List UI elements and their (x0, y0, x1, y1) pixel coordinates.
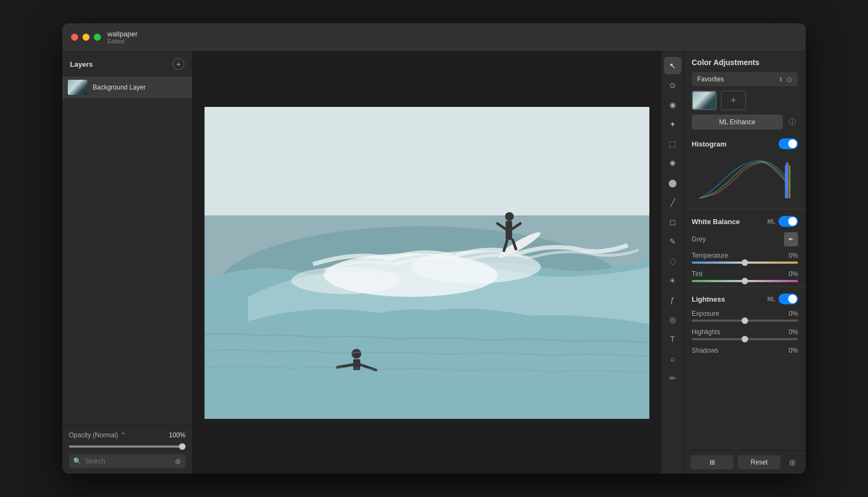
add-preset-button[interactable]: + (721, 91, 746, 110)
exposure-slider[interactable] (692, 320, 798, 322)
adj-scrollable[interactable]: Histogram (684, 134, 806, 450)
layers-spacer (62, 98, 192, 425)
search-icon: 🔍 (73, 457, 81, 465)
highlights-thumb (742, 336, 748, 342)
temperature-thumb (742, 259, 748, 266)
magic-wand-icon: ✺ (669, 159, 676, 168)
maximize-button[interactable] (94, 34, 101, 41)
histogram-section: Histogram (684, 134, 806, 207)
opacity-label-text: Opacity (Normal) (69, 431, 118, 439)
white-balance-section: White Balance ML Grey ✒ (684, 212, 806, 282)
favorites-label: Favorites (697, 75, 724, 83)
highlights-label: Highlights (692, 328, 730, 336)
opacity-slider[interactable] (69, 445, 186, 448)
brush-tool-button[interactable]: ╱ (664, 194, 681, 211)
cursor-tool-button[interactable]: ↖ (664, 57, 681, 74)
paint-tool-button[interactable]: ⬤ (664, 174, 681, 192)
canvas-area (193, 52, 661, 474)
lightness-section: Lightness ML Exposure 0% (684, 289, 806, 356)
separator-2 (684, 286, 806, 287)
compare-button[interactable]: ⊞ (691, 455, 733, 469)
layer-thumbnail-inner (68, 80, 87, 95)
histogram-toggle[interactable] (778, 138, 798, 149)
temperature-label: Temperature (692, 252, 730, 259)
tint-slider[interactable] (692, 280, 798, 282)
search-add-icon[interactable]: ⊕ (175, 457, 181, 466)
layers-bottom: Opacity (Normal) ⌃ 100% 🔍 ⊕ (62, 425, 192, 474)
eyedropper-icon: ✒ (788, 235, 794, 243)
canvas-svg (205, 107, 649, 419)
lightness-toggle[interactable] (778, 294, 798, 304)
histogram-header: Histogram (692, 134, 798, 152)
type-tool-button[interactable]: T (664, 330, 681, 348)
pencil-icon: ✎ (669, 237, 676, 246)
paint-icon: ⬤ (668, 179, 677, 187)
separator-1 (684, 209, 806, 209)
chevron-up-icon: ⌃ (120, 431, 126, 439)
selection-tool-button[interactable]: ⬚ (664, 135, 681, 152)
opacity-slider-thumb (179, 443, 186, 450)
shadows-row: Shadows 0% (692, 345, 798, 356)
lightness-toggle-knob (788, 295, 797, 303)
lasso-tool-button[interactable]: ⊙ (664, 77, 681, 94)
presets-row: + (684, 91, 806, 110)
eraser-icon: ◻ (669, 218, 676, 226)
eyedropper-button[interactable]: ✒ (784, 232, 798, 246)
preset-thumbnail[interactable] (692, 91, 717, 110)
white-balance-header: White Balance ML (692, 212, 798, 230)
title-bar: wallpaper Edited (62, 23, 806, 52)
wb-toggle-group: ML (768, 216, 798, 227)
eraser-tool-button[interactable]: ◻ (664, 213, 681, 231)
favorites-dropdown[interactable]: Favorites ⬍ ⊙ (692, 72, 798, 86)
ml-enhance-button[interactable]: ML Enhance (692, 114, 783, 130)
close-button[interactable] (71, 34, 78, 41)
search-tool-button[interactable]: ⌕ (664, 350, 681, 367)
canvas-image (205, 107, 649, 419)
fx-icon: ƒ (671, 296, 675, 304)
edit-icon: ✏ (669, 374, 676, 383)
ml-enhance-row: ML Enhance ⓘ (684, 110, 806, 134)
traffic-lights (71, 34, 101, 41)
layer-thumbnail (68, 80, 87, 95)
sun-tool-button[interactable]: ☀ (664, 272, 681, 289)
sun-icon: ☀ (669, 276, 676, 285)
pencil-tool-button[interactable]: ✎ (664, 233, 681, 250)
preset-thumb-inner (693, 92, 716, 109)
magic-wand-tool-button[interactable]: ✺ (664, 155, 681, 172)
tint-label: Tint (692, 270, 730, 278)
add-layer-button[interactable]: + (173, 58, 184, 70)
fx-tool-button[interactable]: ƒ (664, 291, 681, 309)
ml-enhance-info-icon[interactable]: ⓘ (786, 116, 798, 128)
star-tool-button[interactable]: ✦ (664, 116, 681, 133)
tint-thumb (742, 278, 748, 284)
search-input[interactable] (85, 457, 171, 465)
histogram-title: Histogram (692, 140, 726, 148)
search-row: 🔍 ⊕ (69, 454, 186, 468)
brush-icon: ╱ (671, 198, 675, 207)
white-balance-title: White Balance (692, 218, 740, 226)
title-info: wallpaper Edited (107, 30, 138, 44)
adj-header: Color Adjustments Favorites ⬍ ⊙ (684, 52, 806, 91)
ml-label: ML (768, 219, 775, 225)
layers-header: Layers + (62, 52, 192, 77)
window-subtitle: Edited (107, 38, 138, 44)
reset-button[interactable]: Reset (738, 455, 781, 469)
type-icon: T (670, 335, 675, 343)
color-wheel-tool-button[interactable]: ◌ (664, 252, 681, 270)
tools-panel: ↖ ⊙ ◉ ✦ ⬚ ✺ ⬤ ╱ ◻ (661, 52, 684, 474)
temperature-slider[interactable] (692, 262, 798, 264)
minimize-button[interactable] (82, 34, 90, 41)
white-balance-toggle[interactable] (778, 216, 798, 227)
tint-value: 0% (783, 270, 798, 278)
add-adjustment-button[interactable]: ⊕ (785, 455, 799, 469)
svg-rect-18 (205, 107, 649, 419)
opacity-slider-fill (69, 445, 186, 448)
circle-effect-tool-button[interactable]: ◎ (664, 311, 681, 328)
layer-item[interactable]: Background Layer (62, 77, 192, 98)
stamp-tool-button[interactable]: ◉ (664, 96, 681, 113)
lightness-title: Lightness (692, 295, 725, 303)
exposure-value: 0% (783, 310, 798, 317)
highlights-slider[interactable] (692, 338, 798, 340)
more-options-icon: ⊙ (786, 75, 793, 84)
edit-tool-button[interactable]: ✏ (664, 369, 681, 387)
